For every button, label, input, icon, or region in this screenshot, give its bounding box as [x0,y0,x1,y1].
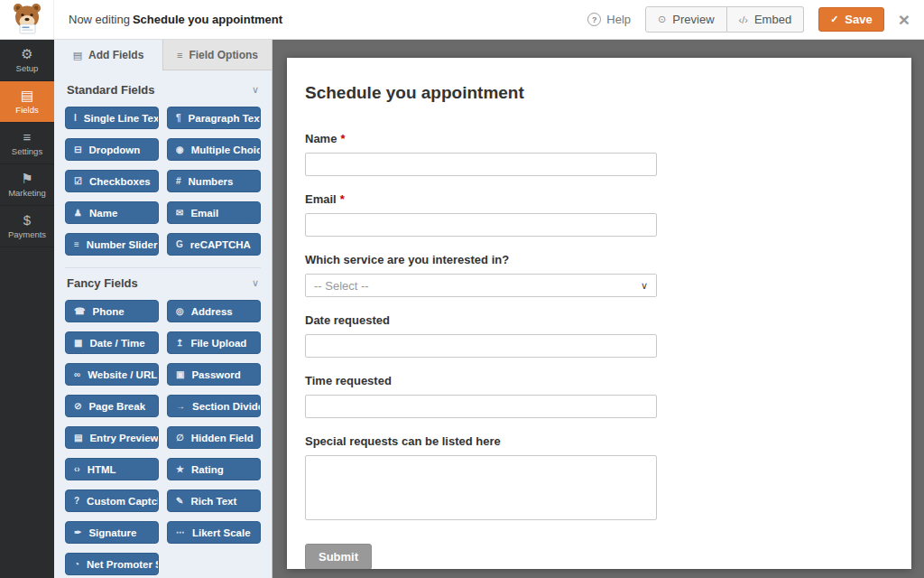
field-label: Which service are you interested in? [305,253,657,266]
field-type-button[interactable]: # Numbers [167,170,261,192]
field-type-button[interactable]: ☑ Checkboxes [65,170,159,192]
preview-button[interactable]: ⊙ Preview [645,6,726,33]
field-type-button[interactable]: ♟ Name [65,201,159,224]
field-type-button[interactable]: ↥ File Upload [167,331,261,354]
field-type-label: Rating [191,464,224,475]
text-input[interactable] [305,395,657,418]
field-type-button[interactable]: ▣ Password [167,363,261,386]
field-type-icon: ☑ [74,176,82,186]
field-type-button[interactable]: ∅ Hidden Field [167,426,261,449]
fields-panel-tab[interactable]: ▤ Add Fields [54,40,162,70]
field-type-button[interactable]: ✎ Rich Text [167,489,261,512]
field-type-icon: ★ [176,464,184,474]
sidebar-item[interactable]: ⚙ Setup [0,40,54,81]
field-type-button[interactable]: ▤ Entry Preview [65,426,159,449]
field-type-button[interactable]: ☎ Phone [65,300,159,322]
code-icon: ‹/› [739,14,748,25]
submit-button[interactable]: Submit [305,544,372,569]
form-field[interactable]: Special requests can be listed here [305,434,657,520]
field-type-button[interactable]: ∞ Website / URL [65,363,159,386]
field-type-icon: ≡ [74,239,79,249]
field-type-icon: ∞ [74,369,80,379]
field-type-label: Date / Time [89,338,144,349]
help-button[interactable]: ? Help [587,13,631,26]
field-type-icon: ∅ [176,433,184,443]
sidebar-item-label: Payments [8,229,46,239]
field-type-button[interactable]: ▦ Date / Time [65,331,159,354]
chevron-down-icon: ∨ [252,84,259,96]
field-label-text: Special requests can be listed here [305,434,501,448]
text-input[interactable] [305,153,657,176]
field-type-label: Likert Scale [192,527,251,538]
field-type-button[interactable]: ◔ Net Promoter Score [65,553,159,575]
embed-label: Embed [754,13,791,26]
field-label: Email* [305,192,657,206]
close-button[interactable]: × [899,10,910,29]
field-type-label: Phone [92,306,124,317]
sidebar-item-icon: $ [23,213,31,227]
topbar-actions: ? Help ⊙ Preview ‹/› Embed ✓ Save × [587,6,924,33]
form-field[interactable]: Time requested [305,374,657,418]
field-type-button[interactable]: ⊟ Dropdown [65,138,159,161]
field-type-button[interactable]: I Single Line Text [65,107,159,129]
fancy-fields-grid: ☎ Phone ◎ Address ▦ Date / Time ↥ File U… [65,300,261,575]
field-type-icon: ☎ [74,306,85,316]
field-type-button[interactable]: ✉ Email [167,201,261,224]
field-type-button[interactable]: G reCAPTCHA [167,233,261,256]
field-type-button[interactable]: ≡ Number Slider [65,233,159,256]
field-type-button[interactable]: ⊘ Page Break [65,395,159,417]
form-preview-panel: Schedule you appointment Name* Email* [287,58,911,569]
field-type-icon: ▤ [74,433,82,443]
field-type-label: Website / URL [88,369,157,380]
field-type-label: Email [190,208,218,219]
sidebar-item[interactable]: $ Payments [0,206,54,247]
text-input[interactable] [305,213,657,237]
now-editing-prefix: Now editing [69,13,130,26]
save-button[interactable]: ✓ Save [818,7,884,32]
form-field[interactable]: Name* [305,132,657,176]
field-type-label: Rich Text [190,496,236,507]
field-label-text: Email [305,192,337,206]
field-type-button[interactable]: ✒ Signature [65,521,159,544]
field-type-icon: ↥ [176,338,183,348]
select-input[interactable]: -- Select -- ∨ [305,274,657,297]
preview-label: Preview [672,13,714,26]
field-type-button[interactable]: ¶ Paragraph Text [167,107,261,129]
sidebar-item-icon: ⚙ [21,47,32,61]
form-field[interactable]: Date requested [305,313,657,358]
sidebar-item[interactable]: ⚑ Marketing [0,164,54,206]
form-field[interactable]: Email* [305,192,657,237]
sidebar-item[interactable]: ▤ Fields [0,81,54,123]
save-label: Save [845,13,872,26]
fields-panel-tab[interactable]: ≡ Field Options [162,40,272,70]
section-fancy-fields[interactable]: Fancy Fields ∨ [67,276,259,290]
tab-label: Field Options [189,49,258,61]
field-type-label: Dropdown [88,144,140,155]
field-type-icon: ♟ [74,208,82,218]
field-type-icon: ▦ [74,338,82,348]
field-type-button[interactable]: ? Custom Captcha [65,489,159,512]
sidebar-item-icon: ▤ [21,89,33,102]
text-input[interactable] [305,334,657,358]
field-type-button[interactable]: ◉ Multiple Choice [167,138,261,161]
section-standard-fields[interactable]: Standard Fields ∨ [67,83,259,97]
field-type-icon: ⊘ [74,401,81,411]
field-type-label: File Upload [190,338,246,349]
field-type-icon: ✎ [176,496,183,506]
field-type-button[interactable]: ◎ Address [167,300,261,322]
form-title[interactable]: Schedule you appointment [305,83,893,103]
field-type-button[interactable]: → Section Divider [167,395,261,417]
field-type-label: Name [89,208,117,219]
embed-button[interactable]: ‹/› Embed [727,6,805,33]
wpforms-logo [0,0,54,39]
form-field[interactable]: Which service are you interested in? -- … [305,253,657,297]
field-type-button[interactable]: ⋯ Likert Scale [167,521,261,544]
preview-embed-group: ⊙ Preview ‹/› Embed [645,6,804,33]
wpforms-bear-icon [12,2,42,38]
field-type-button[interactable]: ★ Rating [167,458,261,480]
sidebar-item-label: Setup [16,63,39,73]
fields-panel: ▤ Add Fields ≡ Field Options Standard Fi… [54,40,273,578]
sidebar-item[interactable]: ≡ Settings [0,123,54,164]
field-type-button[interactable]: ‹› HTML [65,458,159,480]
textarea-input[interactable] [305,455,657,520]
